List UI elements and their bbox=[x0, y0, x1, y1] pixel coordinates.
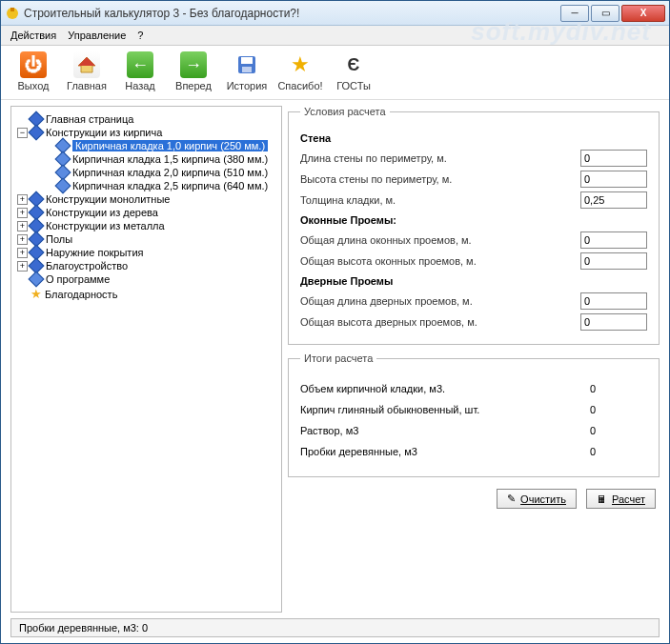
floppy-icon bbox=[233, 51, 260, 78]
doors-heading: Дверные Проемы bbox=[300, 275, 647, 287]
svg-marker-3 bbox=[78, 57, 95, 66]
app-window: soft.mydiv.net Строительный калькулятор … bbox=[0, 0, 670, 644]
menu-actions[interactable]: Действия bbox=[10, 30, 56, 41]
wall-height-label: Высота стены по периметру, м. bbox=[300, 173, 573, 185]
tree-label: Благодарность bbox=[45, 289, 117, 300]
expand-icon[interactable]: + bbox=[17, 194, 28, 205]
menu-manage[interactable]: Управление bbox=[68, 30, 126, 41]
wall-height-input[interactable] bbox=[580, 171, 647, 188]
window-title: Строительный калькулятор 3 - Без благода… bbox=[24, 7, 558, 20]
wall-length-label: Длина стены по периметру, м. bbox=[300, 152, 573, 164]
statusbar: Пробки деревянные, м3: 0 bbox=[10, 618, 660, 637]
tree-label: Кирпичная кладка 1,5 кирпича (380 мм.) bbox=[72, 153, 268, 165]
back-button[interactable]: ←Назад bbox=[117, 51, 163, 91]
home-icon bbox=[73, 51, 100, 78]
wall-thickness-label: Толщина кладки, м. bbox=[300, 194, 573, 206]
forward-label: Вперед bbox=[175, 80, 212, 91]
tree-floors[interactable]: +Полы bbox=[17, 232, 277, 246]
result-mortar-label: Раствор, м3 bbox=[300, 425, 590, 436]
doors-height-input[interactable] bbox=[580, 313, 647, 331]
tree-label: Конструкции из кирпича bbox=[46, 127, 162, 138]
expand-icon[interactable]: + bbox=[17, 221, 28, 231]
tree-gratitude[interactable]: ★Благодарность bbox=[17, 286, 277, 302]
menubar: Действия Управление ? bbox=[1, 26, 669, 46]
gost-icon: Є bbox=[340, 51, 367, 78]
result-volume-label: Объем кирпичной кладки, м3. bbox=[300, 383, 590, 394]
tree-brick[interactable]: −Конструкции из кирпича bbox=[17, 126, 277, 139]
doors-length-input[interactable] bbox=[580, 292, 647, 310]
result-mortar-value: 0 bbox=[590, 425, 647, 436]
svg-rect-6 bbox=[242, 67, 252, 72]
tree-exterior[interactable]: +Наружние покрытия bbox=[17, 246, 277, 259]
home-button[interactable]: Главная bbox=[64, 51, 110, 91]
brush-icon: ✎ bbox=[507, 493, 516, 505]
maximize-button[interactable]: ▭ bbox=[591, 5, 619, 22]
tree-home[interactable]: Главная страница bbox=[17, 112, 277, 126]
back-label: Назад bbox=[125, 80, 155, 91]
result-bricks-label: Кирпич глиняный обыкновенный, шт. bbox=[300, 404, 590, 415]
tree-landscaping[interactable]: +Благоустройство bbox=[17, 259, 277, 272]
conditions-fieldset: Условия расчета Стена Длина стены по пер… bbox=[288, 106, 660, 345]
gosts-button[interactable]: ЄГОСТы bbox=[331, 51, 376, 91]
tree-label: О программе bbox=[46, 273, 110, 285]
expand-icon[interactable]: + bbox=[17, 248, 28, 258]
diamond-icon bbox=[55, 178, 71, 194]
titlebar: Строительный калькулятор 3 - Без благода… bbox=[1, 1, 669, 26]
clear-button[interactable]: ✎Очистить bbox=[497, 489, 577, 509]
tree-brick-item[interactable]: Кирпичная кладка 2,5 кирпича (640 мм.) bbox=[44, 179, 277, 192]
button-row: ✎Очистить 🖩Расчет bbox=[288, 485, 660, 511]
windows-height-label: Общая высота оконных проемов, м. bbox=[300, 255, 573, 267]
minimize-button[interactable]: ─ bbox=[560, 5, 589, 22]
tree-brick-item[interactable]: Кирпичная кладка 1,5 кирпича (380 мм.) bbox=[44, 152, 277, 166]
expand-icon[interactable]: + bbox=[17, 261, 28, 272]
doors-length-label: Общая длина дверных проемов, м. bbox=[300, 295, 573, 307]
arrow-left-icon: ← bbox=[127, 51, 153, 78]
history-button[interactable]: История bbox=[224, 51, 270, 91]
wall-heading: Стена bbox=[300, 132, 647, 144]
wall-length-input[interactable] bbox=[580, 150, 647, 167]
forward-button[interactable]: →Вперед bbox=[171, 51, 216, 91]
wall-thickness-input[interactable] bbox=[580, 191, 647, 209]
result-volume-value: 0 bbox=[590, 383, 647, 394]
tree-wood[interactable]: +Конструкции из дерева bbox=[17, 206, 277, 219]
diamond-icon bbox=[29, 272, 45, 288]
exit-label: Выход bbox=[18, 80, 50, 91]
exit-button[interactable]: ⏻Выход bbox=[10, 51, 56, 91]
tree-metal[interactable]: +Конструкции из металла bbox=[17, 219, 277, 232]
expand-icon[interactable]: + bbox=[17, 234, 28, 245]
tree-brick-item[interactable]: Кирпичная кладка 1,0 кирпич (250 мм.) bbox=[44, 139, 277, 152]
tree-label: Конструкции из металла bbox=[46, 220, 165, 231]
tree-label: Благоустройство bbox=[46, 260, 128, 272]
windows-length-input[interactable] bbox=[580, 231, 647, 249]
menu-help[interactable]: ? bbox=[137, 30, 143, 41]
diamond-icon bbox=[29, 125, 45, 141]
window-buttons: ─ ▭ X bbox=[558, 5, 665, 22]
result-plugs-label: Пробки деревянные, м3 bbox=[300, 446, 590, 457]
calculator-icon: 🖩 bbox=[597, 493, 607, 505]
windows-height-input[interactable] bbox=[580, 252, 647, 270]
close-button[interactable]: X bbox=[621, 5, 665, 22]
tree-about[interactable]: О программе bbox=[17, 272, 277, 286]
form-panel: Условия расчета Стена Длина стены по пер… bbox=[288, 106, 660, 613]
star-icon: ★ bbox=[287, 51, 314, 78]
nav-tree[interactable]: Главная страница −Конструкции из кирпича… bbox=[10, 106, 282, 613]
collapse-icon[interactable]: − bbox=[17, 128, 28, 138]
gosts-label: ГОСТы bbox=[336, 80, 371, 91]
tree-mono[interactable]: +Конструкции монолитные bbox=[17, 192, 277, 206]
thanks-button[interactable]: ★Спасибо! bbox=[277, 51, 323, 91]
windows-heading: Оконные Проемы: bbox=[300, 214, 647, 226]
doors-height-label: Общая высота дверных проемов, м. bbox=[300, 316, 573, 328]
calc-label: Расчет bbox=[612, 493, 645, 505]
calc-button[interactable]: 🖩Расчет bbox=[586, 489, 656, 509]
tree-brick-item[interactable]: Кирпичная кладка 2,0 кирпича (510 мм.) bbox=[44, 166, 277, 179]
toolbar: ⏻Выход Главная ←Назад →Вперед История ★С… bbox=[1, 46, 669, 100]
arrow-right-icon: → bbox=[180, 51, 207, 78]
tree-label: Главная страница bbox=[46, 113, 133, 125]
result-bricks-value: 0 bbox=[590, 404, 647, 415]
tree-label: Наружние покрытия bbox=[46, 247, 143, 258]
app-icon bbox=[5, 6, 20, 21]
result-plugs-value: 0 bbox=[590, 446, 647, 457]
windows-length-label: Общая длина оконных проемов, м. bbox=[300, 234, 573, 246]
expand-icon[interactable]: + bbox=[17, 208, 28, 218]
tree-label: Полы bbox=[46, 233, 72, 245]
